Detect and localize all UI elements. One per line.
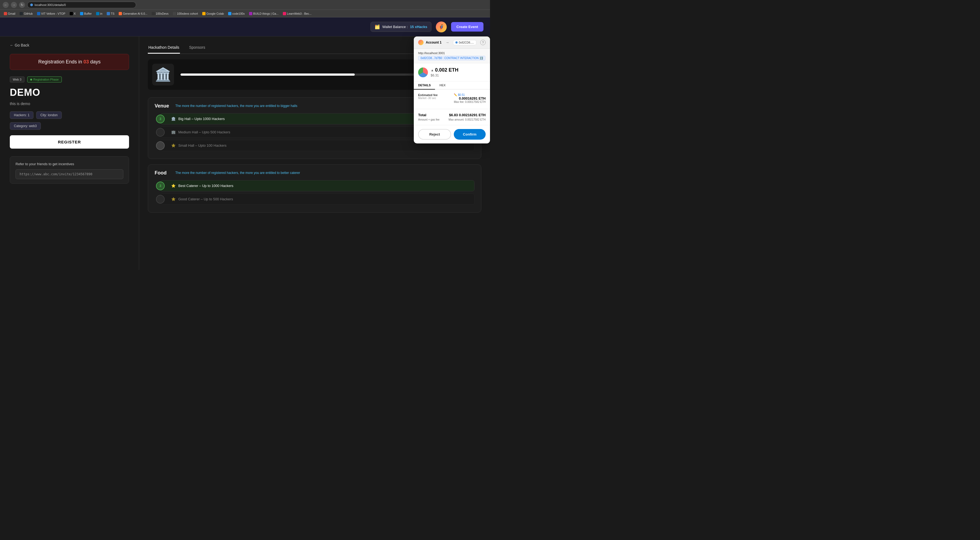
mm-up-arrow-icon: ▲ bbox=[431, 68, 434, 72]
food-item-best: 3 ⭐ Best Caterer – Up to 1000 Hackers bbox=[160, 180, 474, 191]
mm-eth-section: ▲ 0.002 ETH $6.31 bbox=[414, 64, 490, 81]
mm-fee-max: Max fee: 0.00017582 ETH bbox=[454, 100, 486, 103]
bookmark-100xdevs-cohort[interactable]: 100xdevs cohort bbox=[171, 11, 200, 16]
medium-hall-icon: 🏢 bbox=[171, 130, 176, 134]
mm-confirm-button[interactable]: Confirm bbox=[454, 129, 486, 140]
venue-node-3 bbox=[156, 141, 165, 150]
bookmark-ts[interactable]: TS bbox=[105, 11, 116, 16]
mm-fee-section: Estimated fee Market -30 sec ✏️ $0.51 0.… bbox=[414, 89, 490, 109]
food-item-good: ⭐ Good Caterer – Up to 500 Hackers bbox=[160, 194, 474, 205]
bookmark-buffer[interactable]: Buffer bbox=[78, 11, 93, 16]
mm-fee-eth: 0.00016291 ETH bbox=[454, 96, 486, 100]
big-hall-text: Big Hall – Upto 1000 Hackers bbox=[178, 117, 225, 121]
bookmark-colab[interactable]: Google Colab bbox=[200, 11, 225, 16]
metamask-popup: Account 1 → 0x82CD8..... ? http://localh… bbox=[414, 37, 490, 143]
bookmark-github[interactable]: GitHub bbox=[18, 11, 34, 16]
tags-row: Web 3 Registration Phase bbox=[10, 76, 129, 83]
mm-fee-edit[interactable]: ✏️ $0.51 bbox=[454, 93, 486, 96]
learnweb3-favicon bbox=[283, 12, 286, 15]
tab-hackathon-details[interactable]: Hackathon Details bbox=[148, 43, 180, 54]
code100x-favicon bbox=[228, 12, 231, 15]
hackers-tag: Hackers: 1 bbox=[10, 111, 33, 119]
referral-link[interactable]: https://www.abc.com/invite/1234567890 bbox=[16, 169, 123, 179]
bookmark-100xdevs[interactable]: 100xDevs bbox=[150, 11, 170, 16]
mm-info-icon: ℹ️ bbox=[480, 57, 483, 60]
food-label: Food bbox=[154, 170, 171, 176]
mm-site-url: http://localhost:3001 bbox=[418, 51, 486, 55]
mm-address: 0x82CD8..... bbox=[459, 41, 474, 44]
mm-tab-details[interactable]: DETAILS bbox=[414, 81, 435, 89]
linkedin-favicon bbox=[96, 12, 99, 15]
mm-help-button[interactable]: ? bbox=[480, 40, 486, 45]
good-caterer-icon: ⭐ bbox=[171, 197, 176, 201]
best-caterer-text: Best Caterer – Up to 1000 Hackers bbox=[178, 184, 233, 188]
twitter-favicon bbox=[70, 12, 73, 15]
event-description: this is demo bbox=[10, 102, 129, 106]
url-secure-icon bbox=[30, 3, 33, 6]
nav-back-button[interactable]: ← bbox=[3, 2, 9, 8]
tab-sponsors[interactable]: Sponsors bbox=[189, 43, 206, 54]
mm-contract-badge: 0x82CD8...7d7B0 : CONTRACT INTERACTION ℹ… bbox=[418, 56, 485, 60]
mm-tabs: DETAILS HEX bbox=[414, 81, 490, 89]
go-back-button[interactable]: ← Go Back bbox=[10, 43, 129, 48]
bookmark-vit[interactable]: VIT Vellore - VTOP bbox=[35, 11, 67, 16]
registration-banner: Registration Ends in 03 days bbox=[10, 54, 129, 70]
app-header: 🗂️ Wallet Balance : 15 xHacks 🦸 Create E… bbox=[0, 17, 490, 37]
food-header: Food The more the number of registered h… bbox=[154, 170, 474, 176]
url-bar[interactable]: localhost:3001/details/0 bbox=[27, 2, 136, 8]
register-button[interactable]: REGISTER bbox=[10, 135, 129, 149]
small-hall-icon: ⭐ bbox=[171, 143, 176, 148]
mm-account-name: Account 1 bbox=[426, 41, 442, 44]
mm-actions: Reject Confirm bbox=[414, 125, 490, 143]
wallet-balance: 🗂️ Wallet Balance : 15 xHacks bbox=[371, 22, 431, 32]
good-caterer-text: Good Caterer – Up to 500 Hackers bbox=[178, 197, 233, 201]
mm-account: Account 1 bbox=[418, 40, 442, 45]
mm-total-sub-right: Max amount: 0.00217582 ETH bbox=[449, 118, 486, 121]
venue-label: Venue bbox=[154, 103, 171, 109]
bookmark-learnweb3[interactable]: LearnWeb3 - Bec... bbox=[281, 11, 313, 16]
create-event-button[interactable]: Create Event bbox=[451, 22, 484, 32]
bookmark-genai[interactable]: Generative AI 6.0... bbox=[117, 11, 149, 16]
web3-tag: Web 3 bbox=[10, 76, 24, 83]
github-favicon bbox=[20, 12, 23, 15]
category-tag: Category: web3 bbox=[10, 122, 41, 130]
bookmark-linkedin[interactable]: in bbox=[94, 11, 104, 16]
event-title: DEMO bbox=[10, 87, 129, 98]
city-tag: City: london bbox=[36, 111, 62, 119]
mm-eth-amount: 0.002 ETH bbox=[435, 67, 458, 73]
bookmark-twitter[interactable]: X bbox=[68, 11, 77, 16]
bookmark-code100x[interactable]: code100x bbox=[226, 11, 247, 16]
gmail-favicon bbox=[4, 12, 7, 15]
wallet-icon: 🗂️ bbox=[375, 24, 380, 29]
main-layout: ← Go Back Registration Ends in 03 days W… bbox=[0, 37, 490, 270]
venue-node-1: 3 bbox=[156, 114, 165, 123]
left-panel: ← Go Back Registration Ends in 03 days W… bbox=[0, 37, 139, 270]
build-favicon bbox=[249, 12, 252, 15]
ts-favicon bbox=[107, 12, 110, 15]
mm-tab-hex[interactable]: HEX bbox=[435, 81, 450, 89]
nav-refresh-button[interactable]: ↻ bbox=[19, 2, 25, 8]
mm-total-section: Total $6.83 0.00216291 ETH Amount + gas … bbox=[414, 109, 490, 125]
bookmark-build[interactable]: BUILD things | Ga... bbox=[247, 11, 280, 16]
bookmark-gmail[interactable]: Gmail bbox=[2, 11, 17, 16]
mm-total-row: Total $6.83 0.00216291 ETH bbox=[418, 113, 486, 117]
mm-forward-arrow: → bbox=[445, 40, 449, 44]
genai-favicon bbox=[119, 12, 122, 15]
mm-total-amount: $6.83 0.00216291 ETH bbox=[449, 113, 486, 117]
avatar[interactable]: 🦸 bbox=[436, 22, 447, 32]
buffer-favicon bbox=[80, 12, 83, 15]
mm-total-sub-left: Amount + gas fee bbox=[418, 118, 440, 121]
mm-pie-chart bbox=[418, 68, 428, 77]
institution-icon: 🏛️ bbox=[152, 64, 174, 86]
medium-hall-text: Medium Hall – Upto 500 Hackers bbox=[178, 130, 230, 134]
mm-reject-button[interactable]: Reject bbox=[418, 129, 451, 140]
referral-box: Refer to your friends to get incentives … bbox=[10, 156, 129, 184]
food-section: Food The more the number of registered h… bbox=[148, 164, 481, 213]
mm-fee-right: ✏️ $0.51 0.00016291 ETH Max fee: 0.00017… bbox=[454, 93, 486, 103]
mm-fee-left: Estimated fee Market -30 sec bbox=[418, 93, 438, 100]
best-caterer-icon: ⭐ bbox=[171, 184, 176, 188]
nav-forward-button[interactable]: → bbox=[11, 2, 17, 8]
info-tags: Hackers: 1 City: london bbox=[10, 111, 129, 119]
registration-suffix: days bbox=[89, 59, 101, 65]
mm-total-sub: Amount + gas fee Max amount: 0.00217582 … bbox=[418, 118, 486, 121]
